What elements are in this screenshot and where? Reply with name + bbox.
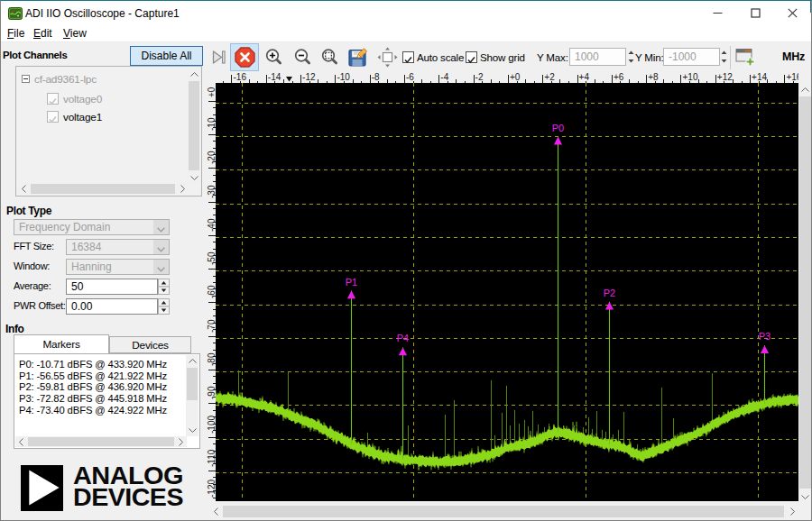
menu-edit[interactable]: Edit bbox=[33, 27, 52, 40]
scrollbar-thumb[interactable] bbox=[31, 184, 175, 194]
y-min-input[interactable]: -1000 bbox=[663, 48, 720, 66]
scrollbar-thumb[interactable] bbox=[187, 368, 198, 400]
check-icon bbox=[466, 55, 476, 65]
show-grid-checkbox[interactable] bbox=[466, 51, 477, 63]
plot-type-select[interactable]: Frequency Domain bbox=[14, 219, 170, 235]
channel-label-voltage0[interactable]: voltage0 bbox=[63, 93, 102, 105]
channel-checkbox-voltage1[interactable] bbox=[47, 111, 59, 123]
plot-hscrollbar[interactable] bbox=[209, 505, 798, 518]
zoom-in-button zoom-in-icon[interactable] bbox=[264, 48, 283, 67]
field-label-fft-size-: FFT Size: bbox=[14, 241, 54, 251]
list-hscrollbar[interactable] bbox=[15, 436, 187, 447]
scroll-left-icon[interactable] bbox=[15, 436, 27, 447]
scroll-left-icon[interactable] bbox=[17, 183, 30, 195]
app-icon bbox=[8, 6, 23, 21]
y-tick-label: -50 bbox=[207, 252, 216, 265]
y-tick-label: -10 bbox=[207, 117, 216, 130]
marker-arrow-icon[interactable] bbox=[605, 302, 614, 310]
scroll-right-icon[interactable] bbox=[175, 436, 187, 447]
disable-all-button[interactable]: Disable All bbox=[130, 46, 203, 66]
marker-arrow-icon[interactable] bbox=[399, 347, 407, 355]
field-average--spinner[interactable] bbox=[158, 279, 170, 295]
zoom-out-button zoom-out-icon[interactable] bbox=[293, 48, 312, 67]
capture-stop-button[interactable] bbox=[230, 43, 259, 71]
maximize-icon bbox=[751, 8, 761, 18]
x-tick bbox=[508, 75, 509, 83]
list-vscrollbar[interactable] bbox=[186, 355, 198, 436]
scrollbar-thumb[interactable] bbox=[223, 506, 784, 517]
scroll-down-icon[interactable] bbox=[186, 425, 198, 436]
y-tick-label: -90 bbox=[207, 387, 216, 399]
title-bar: ADI IIO Oscilloscope - Capture1 bbox=[1, 1, 811, 25]
scroll-up-icon[interactable] bbox=[186, 355, 198, 367]
y-min-spinner[interactable] bbox=[720, 49, 728, 65]
collapse-icon[interactable] bbox=[22, 75, 30, 83]
y-tick bbox=[208, 370, 216, 370]
scroll-up-icon[interactable] bbox=[188, 68, 200, 80]
plot-vscrollbar[interactable] bbox=[798, 83, 812, 503]
channel-checkbox-voltage0[interactable] bbox=[47, 93, 59, 105]
y-tick-label: -80 bbox=[207, 353, 216, 366]
scroll-right-icon[interactable] bbox=[176, 183, 189, 195]
scrollbar-thumb[interactable] bbox=[28, 437, 174, 446]
tree-vscrollbar[interactable] bbox=[188, 68, 200, 184]
tab-devices[interactable]: Devices bbox=[109, 336, 191, 353]
y-max-label: Y Max: bbox=[537, 51, 568, 63]
new-plot-button new-plot-icon[interactable] bbox=[735, 48, 755, 67]
tab-markers[interactable]: Markers bbox=[14, 334, 109, 353]
logo-triangle-mark bbox=[21, 465, 63, 511]
x-tick-label: +6 bbox=[614, 72, 623, 82]
minimize-button[interactable] bbox=[698, 1, 736, 25]
plot-area[interactable]: P0P1P2P3P4 bbox=[216, 83, 798, 501]
scrollbar-thumb[interactable] bbox=[799, 96, 811, 489]
field-fft-size--select[interactable]: 16384 bbox=[66, 239, 170, 255]
scroll-up-icon[interactable] bbox=[798, 83, 812, 96]
field-pwr-offset--spinner[interactable] bbox=[158, 298, 170, 315]
chevron-down-icon bbox=[153, 240, 169, 254]
y-tick-label: -70 bbox=[207, 319, 216, 332]
field-window--select[interactable]: Hanning bbox=[66, 259, 170, 275]
scroll-left-icon[interactable] bbox=[209, 505, 222, 518]
y-max-input[interactable]: 1000 bbox=[569, 48, 626, 66]
zoom-fit-button zoom-fit-icon[interactable] bbox=[320, 48, 339, 67]
menu-file[interactable]: File bbox=[7, 27, 24, 40]
close-button[interactable] bbox=[773, 1, 811, 25]
auto-scale-checkbox[interactable] bbox=[402, 51, 414, 63]
y-tick bbox=[208, 437, 216, 438]
menu-view[interactable]: View bbox=[63, 27, 87, 40]
marker-readout: P1: -56.55 dBFS @ 421.922 MHz bbox=[19, 370, 167, 381]
field-average--input[interactable]: 50 bbox=[66, 279, 158, 295]
tree-hscrollbar[interactable] bbox=[17, 183, 189, 195]
y-tick-label: -100 bbox=[207, 416, 216, 434]
field-label-average-: Average: bbox=[14, 280, 51, 291]
y-tick bbox=[208, 269, 216, 270]
chevron-down-icon bbox=[153, 260, 169, 274]
close-icon bbox=[788, 8, 798, 18]
y-max-spinner[interactable] bbox=[627, 49, 635, 65]
y-tick-label: +0 bbox=[207, 87, 216, 96]
channel-label-voltage1[interactable]: voltage1 bbox=[63, 111, 102, 123]
spur-spikes bbox=[239, 370, 713, 461]
scroll-right-icon[interactable] bbox=[786, 505, 798, 518]
plot-channels-title: Plot Channels bbox=[3, 50, 67, 60]
y-tick bbox=[208, 471, 216, 471]
scroll-down-icon[interactable] bbox=[798, 490, 812, 503]
capture-play-button skip-forward-icon[interactable] bbox=[211, 50, 226, 65]
scroll-down-icon[interactable] bbox=[188, 171, 200, 184]
marker-arrow-icon[interactable] bbox=[761, 345, 769, 353]
move-button move-icon[interactable] bbox=[377, 47, 398, 68]
y-ruler: +0-10-20-30-40-50-60-70-80-90-100-110-12… bbox=[206, 83, 216, 501]
field-pwr-offset--input[interactable]: 0.00 bbox=[66, 298, 158, 315]
scrollbar-thumb[interactable] bbox=[189, 81, 199, 170]
y-min-label: Y Min: bbox=[635, 51, 663, 63]
window-title: ADI IIO Oscilloscope - Capture1 bbox=[25, 7, 180, 20]
field-label-pwr-offset-: PWR Offset: bbox=[14, 300, 66, 311]
marker-arrow-icon[interactable] bbox=[554, 137, 562, 145]
x-tick bbox=[784, 75, 785, 83]
marker-arrow-icon[interactable] bbox=[347, 291, 355, 299]
save-button save-icon[interactable] bbox=[348, 48, 368, 68]
tree-device-label[interactable]: cf-ad9361-lpc bbox=[34, 73, 97, 86]
plot-channels-tree: cf-ad9361-lpc voltage0voltage1 bbox=[15, 66, 202, 197]
x-tick bbox=[750, 75, 751, 83]
maximize-button[interactable] bbox=[736, 1, 774, 25]
